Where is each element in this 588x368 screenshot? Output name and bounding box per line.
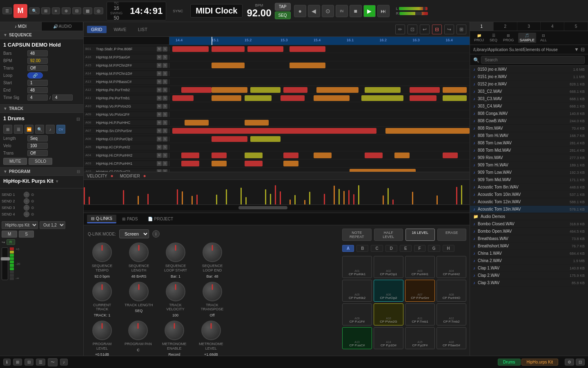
midi-block[interactable]	[283, 87, 307, 93]
knob-10[interactable]	[165, 321, 184, 340]
track-list-icon[interactable]: ☰	[14, 125, 23, 134]
send3-knob[interactable]	[24, 205, 29, 211]
track-row[interactable]: A07HipHop.Sn.CP.PurSnrMS	[84, 127, 470, 135]
track-row-content[interactable]	[169, 110, 470, 118]
midi-block[interactable]	[443, 95, 467, 101]
pad-button[interactable]: A09CP P.x1F#	[342, 303, 372, 325]
file-item[interactable]: ♪Bombo Open.WAV464.5 KB	[470, 228, 588, 235]
track-s-button[interactable]: S	[163, 128, 167, 133]
file-item[interactable]: ♪Acoustic Tom 13in.WAV576.1 KB	[470, 206, 588, 213]
volume-fader-thumb[interactable]	[1, 257, 10, 260]
track-m-button[interactable]: M	[157, 96, 162, 101]
stop-button[interactable]: ■	[350, 5, 362, 17]
track-m-button[interactable]: M	[157, 120, 162, 125]
track-row[interactable]: A04HipHop.Hi.CP.PurHH2MS	[84, 151, 470, 159]
tab-grid[interactable]: GRID	[87, 26, 107, 33]
midi-block[interactable]	[172, 46, 208, 52]
sample-num-2[interactable]: 2	[494, 22, 517, 31]
midi-block[interactable]	[361, 95, 403, 101]
midi-block[interactable]	[247, 46, 283, 52]
midi-block[interactable]	[181, 87, 212, 93]
send2-knob[interactable]	[24, 198, 29, 204]
track-row[interactable]: A02HipHop.Cl.CP.PurCl1MS	[84, 168, 470, 172]
midi-block[interactable]	[410, 95, 437, 101]
in-button[interactable]: IN	[336, 5, 348, 17]
knob-11[interactable]	[201, 321, 221, 340]
channel-select[interactable]: Out 1,2	[40, 221, 65, 229]
16-level-button[interactable]: 16 LEVEL	[405, 229, 435, 241]
prog-tab-right[interactable]: ⊞ PROG	[501, 33, 516, 43]
seq-tab-right[interactable]: ☰ SEQ	[488, 33, 499, 43]
knob-6[interactable]	[166, 282, 185, 301]
file-item[interactable]: ♪Bombo Closed.WAV318.8 KB	[470, 220, 588, 228]
bottom-expand-button[interactable]: ⊡	[576, 359, 585, 366]
bpm-value[interactable]: 92.00	[27, 58, 48, 64]
pad-button[interactable]: A12CP P.Tmb2	[437, 303, 466, 325]
file-item[interactable]: ♪0150 jno e.WAV1.6 MB	[470, 66, 588, 73]
track-row-content[interactable]	[169, 86, 470, 94]
midi-block[interactable]	[245, 120, 269, 126]
r-button[interactable]: R	[7, 239, 15, 245]
tab-wave[interactable]: WAVE	[110, 26, 131, 33]
track-row-content[interactable]	[169, 159, 470, 167]
track-row[interactable]: A12HipHop.Pe.PurTmb2MS	[84, 86, 470, 94]
file-item[interactable]: ♪303_C2.WAV668.1 KB	[470, 88, 588, 95]
knob-1[interactable]	[129, 242, 149, 262]
file-item[interactable]: ♪Clap 3.WAV85.8 KB	[470, 279, 588, 287]
track-row-content[interactable]	[169, 78, 470, 85]
scroll-thumb[interactable]	[238, 206, 287, 209]
track-m-button[interactable]: M	[157, 104, 162, 109]
track-m-button[interactable]: M	[157, 71, 162, 76]
tab-audio[interactable]: 🔊 AUDIO	[42, 22, 83, 31]
erase-button[interactable]: ERASE	[437, 229, 467, 241]
file-item[interactable]: ♪808 Conga.WAV140.8 KB	[470, 110, 588, 117]
pad-button[interactable]: A01CP PurKik1	[342, 256, 372, 278]
bottom-waveform-button[interactable]: 〜	[48, 358, 58, 366]
midi-block[interactable]	[212, 63, 245, 68]
track-row[interactable]: A05HipHop.Kl.CP.PurKl2MS	[84, 143, 470, 151]
pad-button[interactable]: A03CP PurHH1	[405, 256, 435, 278]
track-row[interactable]: A09HipHop.Vo.PVox1F#MS	[84, 110, 470, 119]
snap-icon[interactable]: ⊞	[457, 25, 466, 34]
sample-num-5[interactable]: 5	[564, 22, 588, 31]
knob-0[interactable]	[92, 242, 112, 262]
start-value[interactable]: 1	[27, 80, 48, 86]
midi-block[interactable]	[290, 63, 325, 68]
bottom-list-button[interactable]: ☰	[36, 359, 45, 366]
bottom-piano-button[interactable]: ♪	[60, 359, 68, 366]
file-item[interactable]: ♪China 2.WAV1.9 MB	[470, 257, 588, 265]
play-back-button[interactable]: ◀	[308, 5, 320, 17]
track-s-button[interactable]: S	[163, 137, 167, 141]
channel-m-button[interactable]: M	[2, 231, 17, 238]
midi-block[interactable]	[212, 46, 245, 52]
midi-block[interactable]	[245, 95, 272, 101]
midi-block[interactable]	[181, 161, 199, 166]
file-item[interactable]: ♪808 Tom Hi.WAV168.7 KB	[470, 132, 588, 139]
track-m-button[interactable]: M	[157, 145, 162, 150]
track-m-button[interactable]: M	[157, 47, 162, 52]
file-item[interactable]: ♪909 Rim.WAV277.3 KB	[470, 154, 588, 162]
track-grid-icon[interactable]: ⊞	[3, 125, 12, 134]
file-item[interactable]: ♪0152 jno e.WAV828.1 KB	[470, 81, 588, 88]
midi-block[interactable]	[410, 87, 440, 93]
file-item[interactable]: ♪303_C3.WAV668.1 KB	[470, 95, 588, 103]
file-item[interactable]: ♪Acoustic Tom 10in.WAV537.1 KB	[470, 191, 588, 198]
track-note-icon[interactable]: ♪	[46, 125, 55, 134]
midi-block[interactable]	[314, 95, 350, 101]
track-row-content[interactable]	[169, 168, 470, 172]
forward-button[interactable]: ⏭	[377, 5, 390, 17]
knob-2[interactable]	[166, 242, 185, 262]
track-row[interactable]: A08HipHop.Hi.P.PurHHCMS	[84, 119, 470, 127]
knob-9[interactable]	[128, 321, 148, 340]
proj-tab[interactable]: 📁 PROJ	[472, 33, 486, 43]
pad-bank-e[interactable]: E	[400, 245, 412, 252]
file-item[interactable]: ♪China 1.WAV684.4 KB	[470, 250, 588, 257]
pad-button[interactable]: A15CP P.p2F#	[405, 327, 435, 349]
horizontal-scrollbar[interactable]	[84, 204, 470, 210]
file-item[interactable]: ♪Acoustic Tom 12in.WAV588.1 KB	[470, 198, 588, 206]
track-row-content[interactable]	[169, 102, 470, 110]
midi-block[interactable]	[212, 153, 227, 158]
track-s-button[interactable]: S	[163, 153, 167, 158]
file-item[interactable]: ♪909 Tom Mid.WAV171.1 KB	[470, 176, 588, 184]
track-s-button[interactable]: S	[163, 88, 167, 92]
